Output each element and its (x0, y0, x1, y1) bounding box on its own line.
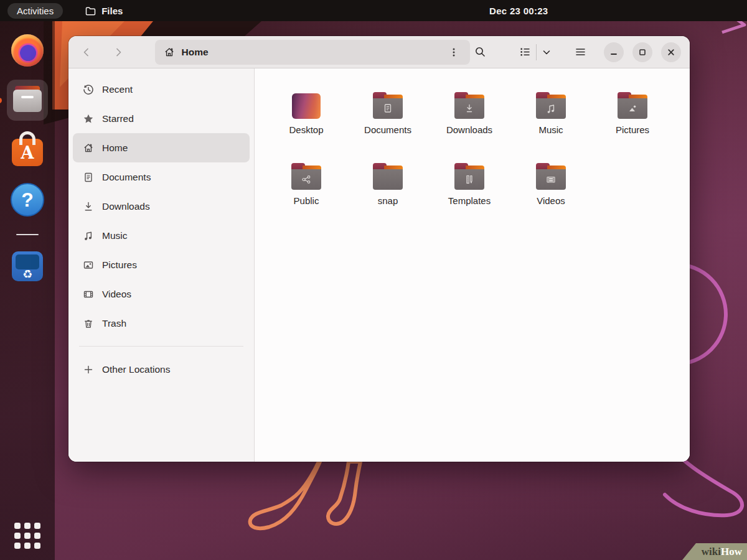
sidebar-item-label: Starred (102, 113, 134, 124)
running-indicator (0, 98, 2, 103)
documents-icon (83, 172, 94, 183)
file-label: Music (538, 124, 563, 135)
sidebar-item-music[interactable]: Music (73, 221, 250, 250)
view-options-button[interactable] (538, 42, 555, 62)
file-label: Pictures (616, 124, 649, 135)
hamburger-menu-icon (575, 46, 586, 58)
forward-button[interactable] (109, 43, 128, 62)
file-item-snap[interactable]: snap (354, 163, 422, 225)
sidebar-item-label: Other Locations (102, 364, 170, 375)
sidebar-item-starred[interactable]: Starred (73, 104, 250, 133)
view-toggle-group (515, 42, 555, 62)
ubuntu-software-icon: A (12, 139, 43, 166)
top-bar: Activities Files Dec 23 00:23 (0, 0, 747, 21)
file-item-music[interactable]: Music (517, 92, 585, 154)
app-grid-icon (14, 523, 40, 549)
file-label: Public (294, 195, 319, 206)
sidebar-item-label: Downloads (102, 201, 150, 212)
folder-icon (85, 6, 96, 16)
location-menu-button[interactable] (444, 42, 464, 62)
file-label: snap (378, 195, 398, 206)
files-icon (13, 88, 42, 112)
maximize-icon (637, 47, 647, 57)
minimize-icon (609, 47, 619, 57)
file-grid: Desktop Documents (272, 92, 683, 225)
view-group-divider (536, 44, 537, 60)
desktop-gradient-icon (292, 93, 321, 119)
file-label: Videos (537, 195, 565, 206)
sidebar-item-label: Music (102, 230, 127, 241)
file-item-videos[interactable]: Videos (517, 163, 585, 225)
dock-files[interactable] (7, 80, 48, 121)
dock-help[interactable]: ? (7, 179, 48, 220)
list-view-icon (519, 46, 531, 58)
window-body: Recent Starred Home Do (68, 68, 690, 462)
music-icon (83, 230, 94, 241)
back-icon (81, 47, 92, 58)
help-icon: ? (11, 183, 44, 217)
sidebar-item-downloads[interactable]: Downloads (73, 192, 250, 221)
file-item-pictures[interactable]: Pictures (598, 92, 667, 154)
sidebar-item-label: Recent (102, 84, 133, 95)
back-button[interactable] (77, 43, 96, 62)
activities-button[interactable]: Activities (7, 3, 63, 19)
folder-music-icon (536, 92, 566, 119)
forward-icon (113, 47, 124, 58)
firefox-icon (11, 34, 44, 67)
list-view-button[interactable] (515, 42, 535, 62)
chevron-down-icon (542, 47, 552, 57)
dock-trash[interactable]: ♻ (7, 244, 48, 285)
main-menu-button[interactable] (570, 42, 590, 62)
clock[interactable]: Dec 23 00:23 (489, 0, 548, 21)
sidebar-separator (79, 346, 243, 347)
app-menu-label: Files (101, 6, 123, 16)
sidebar-item-label: Videos (102, 289, 131, 300)
sidebar-item-label: Trash (102, 318, 126, 329)
sidebar-item-trash[interactable]: Trash (73, 309, 250, 338)
sidebar-item-label: Documents (102, 172, 151, 183)
file-item-desktop[interactable]: Desktop (272, 92, 341, 154)
header-bar: Home (68, 36, 690, 68)
app-menu-files[interactable]: Files (85, 6, 123, 16)
app-grid-button[interactable] (0, 523, 55, 549)
file-item-downloads[interactable]: Downloads (435, 92, 504, 154)
file-item-public[interactable]: Public (272, 163, 341, 225)
path-bar[interactable]: Home (155, 40, 470, 65)
trash-icon (83, 318, 94, 329)
close-button[interactable] (661, 42, 681, 62)
file-item-templates[interactable]: Templates (435, 163, 504, 225)
file-label: Documents (364, 124, 411, 135)
file-view[interactable]: Desktop Documents (255, 68, 690, 462)
starred-icon (83, 113, 94, 124)
dock: A ? ♻ (0, 21, 55, 560)
sidebar-item-other-locations[interactable]: Other Locations (73, 355, 250, 384)
sidebar: Recent Starred Home Do (68, 68, 255, 462)
file-label: Downloads (446, 124, 492, 135)
folder-plain-icon (373, 163, 403, 190)
sidebar-item-recent[interactable]: Recent (73, 75, 250, 104)
dock-firefox[interactable] (7, 30, 48, 71)
search-button[interactable] (470, 42, 490, 62)
sidebar-item-label: Home (102, 142, 128, 154)
current-location-label: Home (182, 47, 444, 58)
videos-icon (83, 289, 94, 300)
sidebar-item-documents[interactable]: Documents (73, 162, 250, 192)
dock-ubuntu-software[interactable]: A (7, 129, 48, 170)
minimize-button[interactable] (604, 42, 624, 62)
sidebar-item-home[interactable]: Home (73, 133, 250, 162)
file-label: Desktop (289, 124, 323, 135)
close-icon (666, 47, 676, 57)
sidebar-item-videos[interactable]: Videos (73, 279, 250, 309)
watermark-how: How (721, 546, 742, 558)
downloads-icon (83, 201, 94, 212)
home-icon (83, 142, 94, 154)
files-window: Home (68, 36, 690, 462)
sidebar-item-pictures[interactable]: Pictures (73, 250, 250, 279)
folder-downloads-icon (454, 92, 484, 119)
file-item-documents[interactable]: Documents (354, 92, 422, 154)
pictures-icon (83, 259, 94, 271)
folder-templates-icon (454, 163, 484, 190)
dock-divider (16, 234, 39, 235)
maximize-button[interactable] (632, 42, 652, 62)
file-label: Templates (448, 195, 491, 206)
